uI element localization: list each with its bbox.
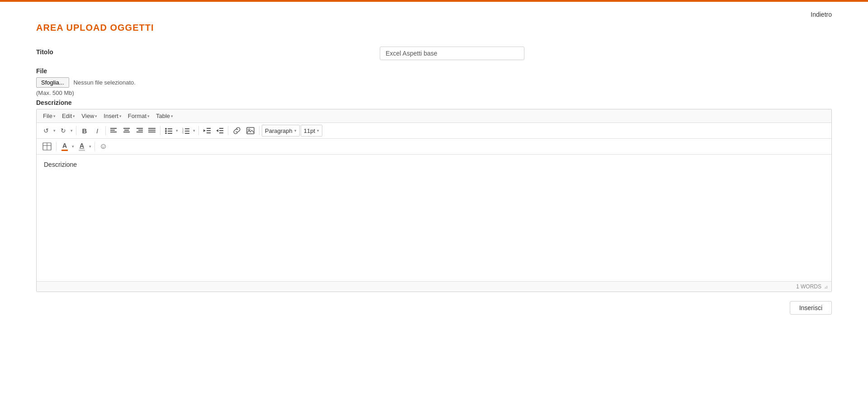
align-left-icon xyxy=(110,127,118,134)
svg-rect-27 xyxy=(207,132,211,133)
menu-table-arrow: ▾ xyxy=(171,114,173,118)
align-right-button[interactable] xyxy=(133,125,145,137)
outdent-button[interactable] xyxy=(201,125,213,137)
svg-rect-1 xyxy=(110,130,115,131)
titolo-label: Titolo xyxy=(36,48,72,56)
titolo-input[interactable] xyxy=(380,47,524,60)
fontsize-dropdown[interactable]: 11pt ▾ xyxy=(301,125,322,137)
svg-rect-31 xyxy=(219,132,223,133)
font-color-arrow[interactable]: ▾ xyxy=(71,141,75,152)
paragraph-dropdown[interactable]: Paragraph ▾ xyxy=(262,125,300,137)
image-icon xyxy=(246,127,255,134)
svg-rect-5 xyxy=(123,132,130,132)
align-right-icon xyxy=(136,127,143,134)
bullet-list-arrow[interactable]: ▾ xyxy=(175,125,179,137)
descrizione-group: Descrizione File ▾ Edit ▾ View ▾ Insert xyxy=(36,99,832,292)
svg-point-14 xyxy=(165,130,167,132)
align-center-button[interactable] xyxy=(121,125,132,137)
sep8 xyxy=(94,142,95,151)
menu-view[interactable]: View ▾ xyxy=(79,111,100,121)
sep2 xyxy=(105,126,106,135)
undo-arrow[interactable]: ▾ xyxy=(52,125,57,137)
editor-menubar: File ▾ Edit ▾ View ▾ Insert ▾ Format ▾ xyxy=(37,109,831,123)
editor-toolbar-row2: A ▾ A ▾ ☺ xyxy=(37,139,831,155)
descrizione-label: Descrizione xyxy=(36,99,832,106)
svg-rect-32 xyxy=(247,127,254,134)
redo-group: ↻ ▾ xyxy=(57,125,74,137)
align-center-icon xyxy=(123,127,130,134)
browse-button[interactable]: Sfoglia... xyxy=(36,77,69,88)
svg-rect-11 xyxy=(148,132,156,132)
font-bg-button[interactable]: A xyxy=(76,141,88,152)
menu-view-arrow: ▾ xyxy=(95,114,97,118)
svg-point-16 xyxy=(165,132,167,134)
svg-marker-24 xyxy=(203,129,206,132)
font-color-group: A ▾ xyxy=(59,141,75,152)
svg-rect-8 xyxy=(137,132,143,132)
menu-insert[interactable]: Insert ▾ xyxy=(101,111,124,121)
indent-button[interactable] xyxy=(214,125,226,137)
align-justify-button[interactable] xyxy=(146,125,158,137)
sep7 xyxy=(56,142,57,151)
submit-row: Inserisci xyxy=(36,301,832,315)
redo-arrow[interactable]: ▾ xyxy=(70,125,74,137)
svg-rect-23 xyxy=(185,133,189,134)
menu-table[interactable]: Table ▾ xyxy=(153,111,176,121)
svg-rect-4 xyxy=(124,130,129,131)
font-bg-arrow[interactable]: ▾ xyxy=(88,141,92,152)
editor-toolbar-row1: ↺ ▾ ↻ ▾ B I xyxy=(37,123,831,139)
numbered-list-button[interactable]: 1. 2. 3. xyxy=(180,125,192,137)
svg-rect-7 xyxy=(138,130,143,131)
align-left-button[interactable] xyxy=(108,125,120,137)
svg-rect-9 xyxy=(148,128,156,129)
inserisci-button[interactable]: Inserisci xyxy=(790,301,832,315)
file-group: File Sfoglia... Nessun file selezionato.… xyxy=(36,67,832,96)
numbered-list-icon: 1. 2. 3. xyxy=(182,127,189,134)
titolo-label-row: Titolo xyxy=(36,47,832,60)
emoji-button[interactable]: ☺ xyxy=(97,141,109,152)
bullet-list-button[interactable] xyxy=(163,125,175,137)
svg-rect-30 xyxy=(219,130,223,131)
font-bg-group: A ▾ xyxy=(76,141,92,152)
indietro-row: Indietro xyxy=(36,11,832,18)
table-button[interactable] xyxy=(40,141,54,152)
svg-rect-26 xyxy=(207,130,211,131)
svg-marker-28 xyxy=(216,129,218,132)
file-label: File xyxy=(36,67,832,75)
undo-button[interactable]: ↺ xyxy=(40,125,52,137)
menu-edit[interactable]: Edit ▾ xyxy=(59,111,78,121)
sep5 xyxy=(228,126,228,135)
svg-rect-2 xyxy=(110,132,117,132)
undo-group: ↺ ▾ xyxy=(40,125,57,137)
svg-rect-15 xyxy=(168,131,172,132)
svg-rect-21 xyxy=(185,131,189,132)
align-justify-icon xyxy=(148,127,156,134)
menu-format[interactable]: Format ▾ xyxy=(125,111,152,121)
redo-button[interactable]: ↻ xyxy=(57,125,69,137)
menu-file[interactable]: File ▾ xyxy=(40,111,58,121)
file-row: Sfoglia... Nessun file selezionato. xyxy=(36,77,832,88)
svg-rect-19 xyxy=(185,128,189,129)
sep3 xyxy=(160,126,160,135)
font-color-button[interactable]: A xyxy=(59,141,71,152)
image-button[interactable] xyxy=(244,125,257,137)
max-size-text: (Max. 500 Mb) xyxy=(36,89,832,96)
italic-button[interactable]: I xyxy=(91,125,103,137)
svg-point-12 xyxy=(165,128,167,130)
sep6 xyxy=(259,126,259,135)
editor-content[interactable]: Descrizione xyxy=(37,155,831,281)
bold-button[interactable]: B xyxy=(79,125,90,137)
indietro-link[interactable]: Indietro xyxy=(811,11,832,18)
svg-text:3.: 3. xyxy=(182,132,184,134)
resize-icon[interactable]: ⊿ xyxy=(824,284,828,289)
svg-rect-0 xyxy=(110,128,117,129)
link-button[interactable] xyxy=(231,125,243,137)
numbered-list-arrow[interactable]: ▾ xyxy=(192,125,196,137)
titolo-group: Titolo xyxy=(36,47,832,60)
svg-rect-17 xyxy=(168,133,172,134)
table-icon xyxy=(42,142,52,151)
page-container: Indietro AREA UPLOAD OGGETTI Titolo File… xyxy=(0,2,868,333)
paragraph-dropdown-arrow: ▾ xyxy=(294,128,297,133)
editor-footer: 1 WORDS ⊿ xyxy=(37,281,831,292)
link-icon xyxy=(233,127,241,134)
